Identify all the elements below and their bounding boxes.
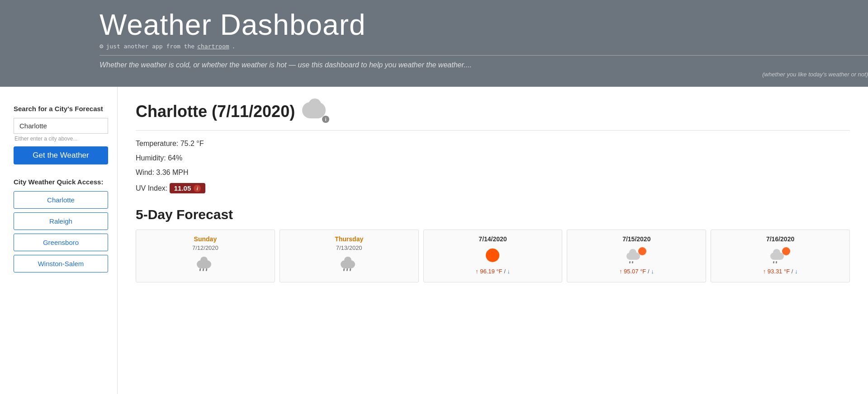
uv-label: UV Index: bbox=[136, 184, 167, 192]
forecast-day-715: 7/15/2020 bbox=[571, 235, 702, 243]
main-content: Charlotte (7/11/2020) i Temperature: 75.… bbox=[118, 87, 868, 394]
forecast-card-thursday: Thursday 7/13/2020 bbox=[280, 230, 419, 282]
main-layout: Search for a City's Forecast Either ente… bbox=[0, 87, 868, 394]
get-weather-button[interactable]: Get the Weather bbox=[14, 146, 108, 164]
forecast-date-thursday: 7/13/2020 bbox=[284, 244, 415, 251]
forecast-temps-716: ↑ 93.31 °F / ↓ bbox=[715, 268, 846, 275]
uv-value: 11.05 bbox=[174, 184, 191, 192]
subtitle-text: just another app from the bbox=[106, 43, 194, 50]
info-badge-icon[interactable]: i bbox=[322, 116, 329, 123]
humidity-stat: Humidity: 64% bbox=[136, 154, 850, 162]
forecast-icon-715 bbox=[571, 246, 702, 264]
forecast-grid: Sunday 7/12/2020 Thursday bbox=[136, 230, 850, 282]
chartroom-link[interactable]: chartroom bbox=[197, 43, 229, 50]
forecast-icon-thursday bbox=[284, 255, 415, 273]
temperature-stat: Temperature: 75.2 °F bbox=[136, 140, 850, 148]
quick-access-title: City Weather Quick Access: bbox=[14, 178, 108, 186]
wind-stat: Wind: 3.36 MPH bbox=[136, 169, 850, 177]
sun-icon bbox=[486, 249, 499, 262]
forecast-icon-sunday bbox=[140, 255, 271, 273]
search-section-title: Search for a City's Forecast bbox=[14, 105, 108, 113]
quick-city-winston-salem[interactable]: Winston-Salem bbox=[14, 255, 108, 272]
app-title: Weather Dashboard bbox=[100, 9, 868, 41]
city-title: Charlotte (7/11/2020) bbox=[136, 102, 295, 121]
uv-index-stat: UV Index: 11.05 i bbox=[136, 183, 850, 193]
sidebar: Search for a City's Forecast Either ente… bbox=[0, 87, 118, 394]
city-header: Charlotte (7/11/2020) i bbox=[136, 100, 850, 123]
subtitle-line: ⚙ just another app from the chartroom . bbox=[100, 42, 868, 50]
forecast-icon-714 bbox=[427, 246, 559, 264]
uv-badge: 11.05 i bbox=[170, 183, 206, 193]
tagline-sub: (whether you like today's weather or not… bbox=[100, 71, 868, 78]
forecast-temps-715: ↑ 95.07 °F / ↓ bbox=[571, 268, 702, 275]
subtitle-end: . bbox=[232, 43, 236, 50]
quick-city-charlotte[interactable]: Charlotte bbox=[14, 191, 108, 209]
forecast-day-716: 7/16/2020 bbox=[715, 235, 846, 243]
uv-info-icon[interactable]: i bbox=[194, 185, 201, 192]
temp-low-714: ↓ bbox=[507, 268, 510, 275]
gear-icon: ⚙ bbox=[100, 42, 103, 50]
tagline: Whether the weather is cold, or whether … bbox=[100, 61, 868, 69]
city-search-input[interactable] bbox=[14, 118, 108, 134]
forecast-card-sunday: Sunday 7/12/2020 bbox=[136, 230, 275, 282]
forecast-card-714: 7/14/2020 ↑ 96.19 °F / ↓ bbox=[423, 230, 563, 282]
temp-high-715: ↑ 95.07 °F bbox=[619, 268, 646, 275]
forecast-temps-714: ↑ 96.19 °F / ↓ bbox=[427, 268, 559, 275]
forecast-card-715: 7/15/2020 ↑ 95.07 °F / bbox=[567, 230, 706, 282]
weather-condition-icon: i bbox=[302, 100, 329, 123]
quick-city-greensboro[interactable]: Greensboro bbox=[14, 234, 108, 251]
temp-high-716: ↑ 93.31 °F bbox=[763, 268, 790, 275]
forecast-title: 5-Day Forecast bbox=[136, 207, 850, 222]
forecast-day-thursday: Thursday bbox=[284, 235, 415, 243]
temp-low-716: ↓ bbox=[795, 268, 798, 275]
temp-high-714: ↑ 96.19 °F bbox=[475, 268, 502, 275]
quick-city-raleigh[interactable]: Raleigh bbox=[14, 212, 108, 230]
search-hint: Either enter a city above... bbox=[14, 136, 108, 142]
cloud-shape bbox=[302, 102, 326, 118]
app-header: Weather Dashboard ⚙ just another app fro… bbox=[0, 0, 868, 87]
forecast-card-716: 7/16/2020 ↑ 93.31 °F / bbox=[711, 230, 850, 282]
forecast-day-714: 7/14/2020 bbox=[427, 235, 559, 243]
forecast-icon-716 bbox=[715, 246, 846, 264]
forecast-date-sunday: 7/12/2020 bbox=[140, 244, 271, 251]
city-divider bbox=[136, 130, 850, 131]
forecast-day-sunday: Sunday bbox=[140, 235, 271, 243]
temp-low-715: ↓ bbox=[651, 268, 654, 275]
